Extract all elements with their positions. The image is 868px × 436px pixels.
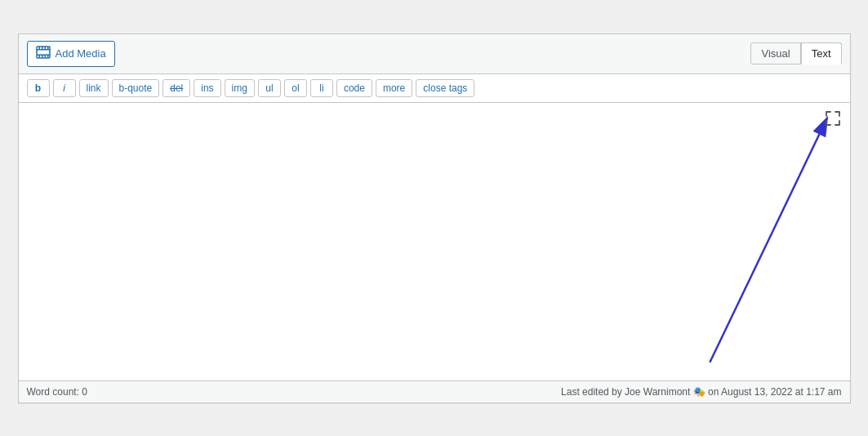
tab-text[interactable]: Text (801, 42, 842, 65)
add-media-label: Add Media (56, 47, 106, 60)
svg-rect-5 (42, 47, 43, 49)
toolbar: b i link b-quote del ins img ul ol li co… (19, 74, 850, 103)
italic-btn[interactable]: i (53, 79, 76, 97)
ol-btn[interactable]: ol (284, 79, 307, 97)
bold-btn[interactable]: b (27, 79, 50, 97)
add-media-icon (36, 46, 51, 62)
editor-footer: Word count: 0 Last edited by Joe Warnimo… (19, 380, 850, 403)
del-btn[interactable]: del (162, 79, 190, 97)
last-edited-label: Last edited by Joe Warnimont (561, 386, 690, 398)
link-btn[interactable]: link (79, 79, 109, 97)
svg-rect-10 (47, 55, 49, 57)
svg-rect-3 (38, 47, 40, 49)
editor-container: Add Media Visual Text b i link b-quote d… (18, 33, 851, 403)
more-btn[interactable]: more (376, 79, 412, 97)
tab-buttons: Visual Text (750, 42, 841, 65)
editor-top-bar: Add Media Visual Text (19, 34, 850, 74)
last-edited-text: Last edited by Joe Warnimont 🎭 on August… (561, 386, 841, 398)
edit-date: on August 13, 2022 at 1:17 am (708, 386, 841, 398)
svg-rect-4 (38, 55, 40, 57)
code-btn[interactable]: code (336, 79, 372, 97)
svg-rect-8 (44, 55, 46, 57)
li-btn[interactable]: li (310, 79, 333, 97)
ul-btn[interactable]: ul (258, 79, 281, 97)
tab-visual[interactable]: Visual (750, 42, 800, 65)
svg-rect-7 (44, 47, 46, 49)
fullscreen-icon (826, 111, 840, 126)
svg-rect-1 (37, 49, 50, 51)
editor-area[interactable] (19, 103, 850, 380)
editor-wrapper: Add Media Visual Text b i link b-quote d… (0, 0, 868, 436)
svg-rect-9 (47, 47, 49, 49)
fullscreen-button[interactable] (822, 109, 844, 131)
svg-rect-6 (42, 55, 43, 57)
ins-btn[interactable]: ins (194, 79, 220, 97)
bquote-btn[interactable]: b-quote (112, 79, 160, 97)
word-count: Word count: 0 (27, 386, 87, 398)
img-btn[interactable]: img (225, 79, 255, 97)
user-emoji: 🎭 (693, 386, 708, 398)
annotation-arrow (19, 103, 850, 380)
add-media-button[interactable]: Add Media (27, 41, 115, 67)
svg-line-12 (710, 118, 827, 362)
close-tags-btn[interactable]: close tags (416, 79, 474, 97)
